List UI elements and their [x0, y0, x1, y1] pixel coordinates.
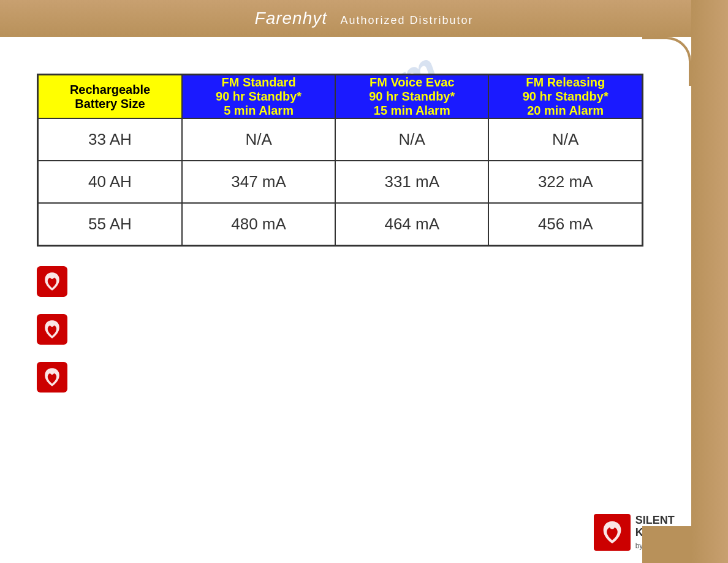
table-header-battery: Rechargeable Battery Size — [38, 75, 182, 119]
cell-battery-2: 55 AH — [38, 203, 182, 246]
table-header-fm-standard: FM Standard 90 hr Standby* 5 min Alarm — [182, 75, 335, 119]
cell-battery-0: 33 AH — [38, 118, 182, 161]
cell-fm-releasing-1: 322 mA — [488, 161, 642, 203]
icon-list — [37, 266, 654, 393]
table-header-fm-releasing: FM Releasing 90 hr Standby* 20 min Alarm — [488, 75, 642, 119]
logo-icon-box — [594, 514, 631, 551]
silent-knight-icon-3 — [37, 362, 67, 393]
right-border — [691, 0, 728, 563]
cell-fm-standard-1: 347 mA — [182, 161, 335, 203]
cell-battery-1: 40 AH — [38, 161, 182, 203]
cell-fm-voice-evac-1: 331 mA — [335, 161, 488, 203]
silent-knight-icon-1 — [37, 266, 67, 297]
brown-corner-square — [642, 526, 691, 563]
table-row: 40 AH 347 mA 331 mA 322 mA — [38, 161, 643, 203]
silent-knight-icon-2 — [37, 314, 67, 345]
main-content: Rechargeable Battery Size FM Standard 90… — [0, 37, 691, 563]
cell-fm-releasing-0: N/A — [488, 118, 642, 161]
table-row: 55 AH 480 mA 464 mA 456 mA — [38, 203, 643, 246]
cell-fm-releasing-2: 456 mA — [488, 203, 642, 246]
cell-fm-voice-evac-2: 464 mA — [335, 203, 488, 246]
header-title: Farenhyt Authorized Distributor — [255, 9, 474, 28]
cell-fm-standard-2: 480 mA — [182, 203, 335, 246]
table-row: 33 AH N/A N/A N/A — [38, 118, 643, 161]
table-header-fm-voice-evac: FM Voice Evac 90 hr Standby* 15 min Alar… — [335, 75, 488, 119]
battery-table: Rechargeable Battery Size FM Standard 90… — [37, 74, 643, 247]
cell-fm-voice-evac-0: N/A — [335, 118, 488, 161]
cell-fm-standard-0: N/A — [182, 118, 335, 161]
header-bar: Farenhyt Authorized Distributor — [0, 0, 728, 37]
